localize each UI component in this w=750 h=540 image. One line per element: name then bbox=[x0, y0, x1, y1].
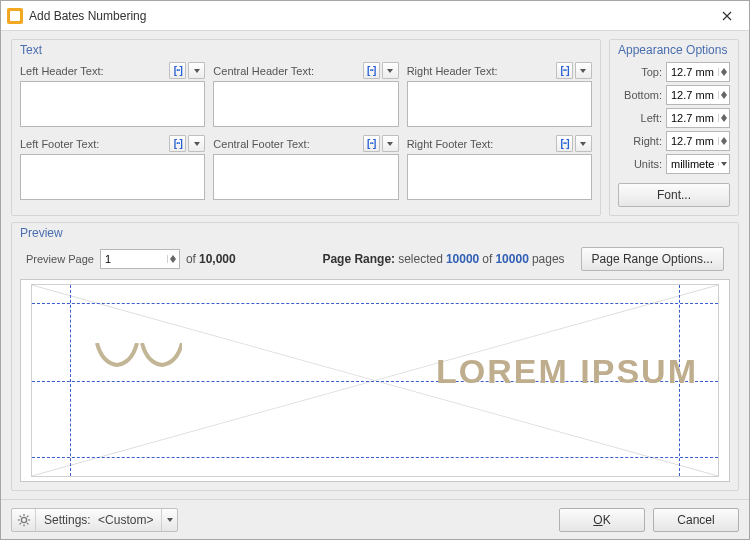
settings-dropdown[interactable]: Settings: <Custom> bbox=[11, 508, 178, 532]
margin-bottom-value[interactable] bbox=[667, 89, 718, 101]
chevron-down-icon bbox=[387, 142, 393, 146]
macro-icon: [∙∙] bbox=[560, 65, 568, 76]
svg-point-2 bbox=[21, 517, 26, 522]
left-footer-dropdown-button[interactable] bbox=[188, 135, 205, 152]
sample-graphic bbox=[92, 343, 182, 369]
central-header-dropdown-button[interactable] bbox=[382, 62, 399, 79]
app-icon bbox=[7, 8, 23, 24]
margin-right-value[interactable] bbox=[667, 135, 718, 147]
guide-bottom bbox=[32, 457, 718, 458]
central-header-field: Central Header Text: [∙∙] bbox=[213, 62, 398, 127]
page-range-text: Page Range: selected 10000 of 10000 page… bbox=[322, 252, 564, 266]
text-group: Text Left Header Text: [∙∙] bbox=[11, 39, 601, 216]
right-header-macro-button[interactable]: [∙∙] bbox=[556, 62, 573, 79]
svg-line-8 bbox=[27, 523, 28, 524]
chevron-down-icon bbox=[167, 518, 173, 522]
titlebar: Add Bates Numbering bbox=[1, 1, 749, 31]
central-header-label: Central Header Text: bbox=[213, 65, 314, 77]
preview-page: LOREM IPSUM bbox=[31, 284, 719, 477]
preview-canvas: LOREM IPSUM bbox=[20, 279, 730, 482]
right-header-input[interactable] bbox=[407, 81, 592, 127]
left-header-macro-button[interactable]: [∙∙] bbox=[169, 62, 186, 79]
left-footer-label: Left Footer Text: bbox=[20, 138, 99, 150]
chevron-down-icon bbox=[194, 142, 200, 146]
chevron-down-icon bbox=[580, 142, 586, 146]
preview-label: Preview bbox=[20, 226, 63, 240]
right-header-field: Right Header Text: [∙∙] bbox=[407, 62, 592, 127]
margin-bottom-label: Bottom: bbox=[618, 89, 662, 101]
guide-top bbox=[32, 303, 718, 304]
chevron-down-icon bbox=[721, 162, 727, 166]
appearance-label: Appearance Options bbox=[618, 43, 727, 57]
preview-controls: Preview Page of 10,000 Page Range: selec… bbox=[20, 245, 730, 279]
left-header-label: Left Header Text: bbox=[20, 65, 104, 77]
left-footer-macro-button[interactable]: [∙∙] bbox=[169, 135, 186, 152]
chevron-down-icon bbox=[387, 69, 393, 73]
right-header-label: Right Header Text: bbox=[407, 65, 498, 77]
central-header-input[interactable] bbox=[213, 81, 398, 127]
central-footer-dropdown-button[interactable] bbox=[382, 135, 399, 152]
chevron-down-icon bbox=[580, 69, 586, 73]
left-header-input[interactable] bbox=[20, 81, 205, 127]
preview-page-input[interactable] bbox=[100, 249, 180, 269]
cancel-button[interactable]: Cancel bbox=[653, 508, 739, 532]
margin-right-label: Right: bbox=[618, 135, 662, 147]
page-range-options-button[interactable]: Page Range Options... bbox=[581, 247, 724, 271]
margin-left-label: Left: bbox=[618, 112, 662, 124]
svg-line-7 bbox=[19, 515, 20, 516]
macro-icon: [∙∙] bbox=[174, 138, 182, 149]
preview-placeholder-text: LOREM IPSUM bbox=[436, 351, 698, 390]
units-value[interactable] bbox=[667, 158, 718, 170]
right-header-dropdown-button[interactable] bbox=[575, 62, 592, 79]
appearance-group: Appearance Options Top: Bottom: bbox=[609, 39, 739, 216]
left-header-field: Left Header Text: [∙∙] bbox=[20, 62, 205, 127]
dialog-window: Add Bates Numbering Text Left Header Tex… bbox=[0, 0, 750, 540]
gear-icon bbox=[17, 513, 31, 527]
ok-button[interactable]: OK bbox=[559, 508, 645, 532]
guide-left bbox=[70, 285, 71, 476]
svg-line-9 bbox=[19, 523, 20, 524]
text-fields-grid: Left Header Text: [∙∙] Central Header Te… bbox=[20, 62, 592, 200]
dialog-body: Text Left Header Text: [∙∙] bbox=[1, 31, 749, 499]
margin-right-input[interactable] bbox=[666, 131, 730, 151]
preview-page-label: Preview Page bbox=[26, 253, 94, 265]
spin-down-icon[interactable] bbox=[721, 72, 727, 76]
preview-group: Preview Preview Page of 10,000 Page Rang… bbox=[11, 222, 739, 491]
margin-top-label: Top: bbox=[618, 66, 662, 78]
central-footer-field: Central Footer Text: [∙∙] bbox=[213, 135, 398, 200]
close-button[interactable] bbox=[704, 1, 749, 30]
dialog-footer: Settings: <Custom> OK Cancel bbox=[1, 499, 749, 539]
text-group-label: Text bbox=[20, 43, 42, 57]
spin-down-icon[interactable] bbox=[721, 141, 727, 145]
central-footer-macro-button[interactable]: [∙∙] bbox=[363, 135, 380, 152]
units-select[interactable] bbox=[666, 154, 730, 174]
central-footer-input[interactable] bbox=[213, 154, 398, 200]
right-footer-dropdown-button[interactable] bbox=[575, 135, 592, 152]
chevron-down-icon bbox=[194, 69, 200, 73]
preview-page-value[interactable] bbox=[101, 253, 167, 265]
margin-top-value[interactable] bbox=[667, 66, 718, 78]
macro-icon: [∙∙] bbox=[174, 65, 182, 76]
close-icon bbox=[722, 11, 732, 21]
central-header-macro-button[interactable]: [∙∙] bbox=[363, 62, 380, 79]
margin-top-input[interactable] bbox=[666, 62, 730, 82]
window-title: Add Bates Numbering bbox=[29, 9, 704, 23]
spin-down-icon[interactable] bbox=[721, 95, 727, 99]
macro-icon: [∙∙] bbox=[560, 138, 568, 149]
macro-icon: [∙∙] bbox=[367, 138, 375, 149]
right-footer-macro-button[interactable]: [∙∙] bbox=[556, 135, 573, 152]
left-footer-input[interactable] bbox=[20, 154, 205, 200]
font-button[interactable]: Font... bbox=[618, 183, 730, 207]
spin-down-icon[interactable] bbox=[170, 259, 176, 263]
svg-line-10 bbox=[27, 515, 28, 516]
spin-down-icon[interactable] bbox=[721, 118, 727, 122]
macro-icon: [∙∙] bbox=[367, 65, 375, 76]
right-footer-input[interactable] bbox=[407, 154, 592, 200]
margin-left-value[interactable] bbox=[667, 112, 718, 124]
right-footer-label: Right Footer Text: bbox=[407, 138, 494, 150]
margin-bottom-input[interactable] bbox=[666, 85, 730, 105]
preview-of-label: of 10,000 bbox=[186, 252, 236, 266]
central-footer-label: Central Footer Text: bbox=[213, 138, 309, 150]
margin-left-input[interactable] bbox=[666, 108, 730, 128]
left-header-dropdown-button[interactable] bbox=[188, 62, 205, 79]
